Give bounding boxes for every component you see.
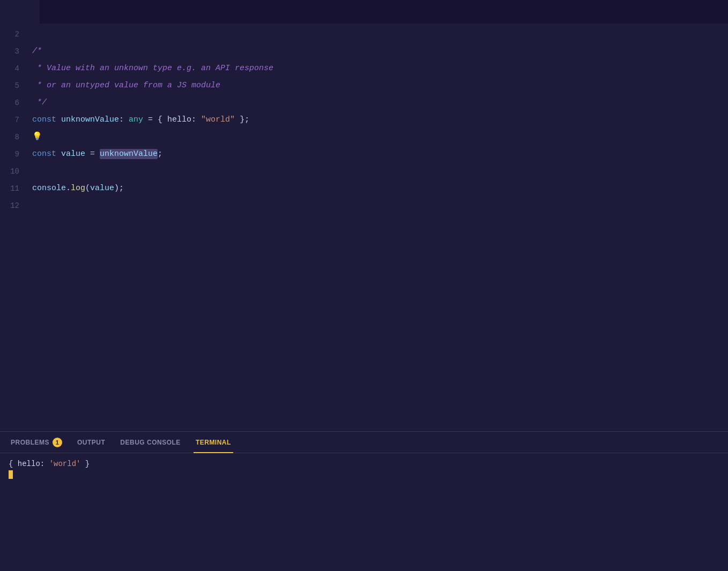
code-token: ); [114,184,124,193]
terminal-cursor [9,470,13,479]
panel-tab-label: TERMINAL [196,439,231,446]
code-token: : [119,115,129,124]
line-number: 6 [0,94,32,111]
code-line: 7const unknownValue: any = { hello: "wor… [0,111,728,129]
code-token: * or an untyped value from a JS module [32,81,220,90]
code-line: 2 [0,26,728,43]
line-content [32,163,37,180]
code-token: }; [235,115,249,124]
lightbulb-icon: 💡 [32,132,42,141]
line-number: 4 [0,60,32,77]
panel-tab-terminal[interactable]: TERMINAL [189,432,237,453]
line-number: 3 [0,43,32,60]
panel-tabs: PROBLEMS1OUTPUTDEBUG CONSOLETERMINAL [0,432,728,453]
line-content: const value = unknownValue; [32,146,162,163]
line-content: /* [32,43,42,60]
line-number: 5 [0,77,32,94]
code-token: ; [158,149,162,159]
line-number: 10 [0,163,32,180]
terminal-brace-open: { hello: [9,460,49,468]
code-line: 6 */ [0,94,728,111]
panel-tab-problems[interactable]: PROBLEMS1 [4,432,69,453]
line-content [32,26,37,43]
panel-tab-label: OUTPUT [77,439,105,446]
code-token: value = [56,149,100,159]
tab-bar [0,0,728,24]
code-token: * Value with an unknown type e.g. an API… [32,64,273,73]
terminal-cursor-line [9,470,719,479]
line-content: */ [32,94,47,111]
code-token: ( [85,184,90,193]
panel-tab-badge: 1 [53,438,62,447]
terminal-string-value: 'world' [49,460,81,468]
code-line: 10 [0,163,728,180]
panel-tab-debug-console[interactable]: DEBUG CONSOLE [114,432,187,453]
line-content: 💡 [32,129,42,146]
code-line: 12 [0,197,728,214]
code-container: 2 3/*4 * Value with an unknown type e.g.… [0,24,728,431]
code-token: console [32,184,66,193]
terminal-content: { hello: 'world' } [0,453,728,571]
code-line: 8💡 [0,129,728,146]
code-line: 9const value = unknownValue; [0,146,728,163]
code-token: const [32,115,56,124]
line-number: 12 [0,197,32,214]
line-content: * or an untyped value from a JS module [32,77,220,94]
code-line: 4 * Value with an unknown type e.g. an A… [0,60,728,77]
line-content: * Value with an unknown type e.g. an API… [32,60,273,77]
highlighted-token: unknownValue [100,149,158,159]
panel-tab-label: PROBLEMS [11,439,49,446]
editor-tab[interactable] [0,0,40,24]
panel-tab-output[interactable]: OUTPUT [71,432,112,453]
line-number: 11 [0,180,32,197]
terminal-brace-close: } [80,460,90,468]
code-token: value [90,184,114,193]
line-number: 8 [0,129,32,146]
code-line: 11console.log(value); [0,180,728,197]
line-content [32,197,37,214]
code-token: unknownValue [56,115,119,124]
code-token: any [129,115,143,124]
bottom-panel: PROBLEMS1OUTPUTDEBUG CONSOLETERMINAL { h… [0,432,728,571]
line-content: console.log(value); [32,180,124,197]
line-number: 9 [0,146,32,163]
code-token: "world" [201,115,235,124]
code-token: const [32,149,56,159]
code-token: log [71,184,85,193]
line-content: const unknownValue: any = { hello: "worl… [32,111,249,129]
panel-tab-label: DEBUG CONSOLE [120,439,181,446]
line-number: 2 [0,26,32,43]
code-token: /* [32,47,42,56]
terminal-output-line: { hello: 'world' } [9,460,719,468]
code-line: 3/* [0,43,728,60]
code-token: . [66,184,71,193]
code-token: = { hello: [143,115,201,124]
line-number: 7 [0,111,32,129]
editor-area: 2 3/*4 * Value with an unknown type e.g.… [0,24,728,431]
tab-close-button[interactable] [21,7,31,17]
code-token: */ [32,98,47,107]
code-line: 5 * or an untyped value from a JS module [0,77,728,94]
